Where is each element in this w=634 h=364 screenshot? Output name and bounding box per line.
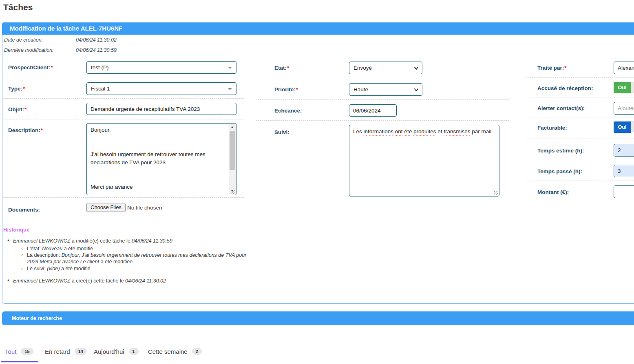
history-change: Le suivi: (vide) a été modifié (21, 266, 249, 272)
separator (526, 181, 634, 181)
suivi-label: Suivi: (274, 129, 289, 135)
change-suffix: a été modifiée (99, 259, 133, 265)
task-panel-header: Modification de la tâche ALEL-7HU6NF (2, 22, 634, 35)
tab-en-retard[interactable]: En retard 14 (45, 348, 87, 355)
accuse-reception-toggle[interactable]: Oui (614, 82, 634, 93)
separator (256, 120, 509, 121)
toggle-no[interactable] (631, 121, 634, 132)
separator (3, 119, 244, 119)
required-mark: * (296, 86, 298, 93)
chevron-down-icon (414, 87, 419, 92)
tab-aujourdhui[interactable]: Aujourd'hui 1 (94, 348, 139, 355)
separator (3, 78, 244, 78)
tab-count-badge: 14 (75, 348, 87, 355)
traite-par-label-text: Traité par: (537, 65, 564, 71)
prospect-client-value: test (P) (91, 64, 109, 71)
temps-passe-input[interactable] (614, 165, 634, 177)
objet-label: Objet:* (8, 106, 27, 113)
tab-label: Aujourd'hui (94, 348, 124, 355)
documents-label: Documents: (8, 207, 40, 213)
choose-files-button[interactable]: Choose Files (86, 203, 126, 212)
separator (256, 99, 509, 100)
change-suffix: a été modifié (60, 266, 91, 271)
tab-tout[interactable]: Tout 15 (5, 348, 33, 355)
change-prefix: L'état: (27, 246, 42, 251)
caret-down-icon (228, 67, 232, 69)
required-mark: * (41, 127, 43, 133)
tab-count-badge: 1 (129, 348, 139, 355)
history-entry: Emmanuel LEWKOWICZ a modifié(e) cette tâ… (7, 238, 260, 272)
scrollbar[interactable]: ▲ ▼ (229, 124, 236, 194)
change-old-value: (vide) (47, 266, 60, 271)
caret-down-icon (228, 88, 232, 90)
temps-estime-label: Temps estimé (h): (537, 148, 584, 154)
creation-date-value: 04/06/24 11:30:02 (76, 37, 117, 43)
priorite-select[interactable]: Haute (349, 83, 422, 96)
history-date: 04/06/24 11:30:59 (132, 238, 172, 244)
type-select[interactable]: Fiscal 1 (86, 82, 236, 95)
prospect-client-select[interactable]: test (P) (86, 61, 236, 74)
priorite-label-text: Priorité: (274, 86, 296, 93)
facturable-toggle[interactable]: Oui (614, 121, 634, 133)
misspelled-word: été (404, 128, 412, 135)
toggle-yes[interactable]: Oui (614, 121, 631, 133)
change-prefix: Le suivi: (27, 266, 47, 271)
traite-par-input[interactable] (614, 62, 634, 74)
misspelled-word: ont (395, 128, 403, 135)
active-tab-underline (1, 361, 38, 362)
etat-select[interactable]: Envoyé (349, 62, 422, 74)
prospect-client-label: Prospect/Client:* (8, 64, 53, 71)
priorite-value: Haute (353, 86, 368, 93)
traite-par-label: Traité par:* (537, 65, 567, 71)
history-entry: Emmanuel LEWKOWICZ a créé(e) cette tâche… (7, 278, 260, 285)
separator (526, 117, 634, 117)
tab-label: En retard (45, 348, 70, 355)
prospect-client-label-text: Prospect/Client: (8, 64, 51, 71)
toggle-no[interactable] (631, 82, 634, 93)
suivi-word: Les (353, 128, 364, 135)
resize-handle-icon[interactable] (231, 190, 235, 194)
modification-date-label: Dernière modification: (4, 47, 54, 53)
temps-estime-input[interactable] (614, 144, 634, 157)
history-actor: Emmanuel LEWKOWICZ (13, 278, 70, 284)
creation-date-label: Date de création: (4, 37, 43, 43)
montant-input[interactable] (614, 185, 634, 198)
etat-label: Etat:* (274, 65, 289, 71)
alerter-contacts-label: Alerter contact(s): (537, 105, 585, 111)
change-suffix: a été modifié (62, 246, 93, 251)
temps-passe-label: Temps passé (h): (537, 168, 582, 174)
history-action: a modifié(e) cette tâche le (70, 238, 132, 244)
description-textarea[interactable]: Bonjour, J'ai besoin urgemment de retrou… (86, 123, 236, 195)
required-mark: * (24, 106, 27, 113)
etat-label-text: Etat: (274, 65, 287, 71)
history-action: a créé(e) cette tâche le (70, 278, 125, 284)
echeance-input[interactable] (349, 104, 397, 117)
file-chosen-status: No file chosen (127, 205, 162, 211)
scroll-up-icon[interactable]: ▲ (229, 124, 236, 130)
suivi-word: et (436, 128, 444, 135)
suivi-textarea[interactable]: Les informations ont été produites et tr… (349, 125, 499, 196)
separator (256, 78, 509, 78)
accuse-reception-label: Accusé de réception: (537, 85, 593, 91)
modification-date-value: 04/06/24 11:30:59 (76, 47, 117, 53)
separator (3, 98, 244, 99)
required-mark: * (564, 65, 566, 71)
type-label: Type:* (8, 86, 25, 92)
separator (3, 197, 244, 198)
history-actor: Emmanuel LEWKOWICZ (13, 238, 70, 244)
alerter-contacts-input[interactable] (614, 102, 634, 115)
tab-label: Cette semaine (148, 348, 188, 355)
scrollbar-thumb[interactable] (230, 131, 235, 170)
chevron-down-icon (414, 66, 419, 71)
history-list: Emmanuel LEWKOWICZ a modifié(e) cette tâ… (7, 238, 260, 291)
resize-handle-icon[interactable] (494, 191, 498, 195)
separator (526, 77, 634, 78)
separator (526, 139, 634, 139)
required-mark: * (287, 65, 289, 71)
toggle-yes[interactable]: Oui (614, 82, 631, 93)
objet-input[interactable] (86, 103, 236, 115)
page-title: Tâches (3, 2, 33, 12)
echeance-label: Echéance: (274, 108, 302, 114)
objet-label-text: Objet: (8, 106, 24, 113)
tab-cette-semaine[interactable]: Cette semaine 2 (148, 348, 202, 355)
